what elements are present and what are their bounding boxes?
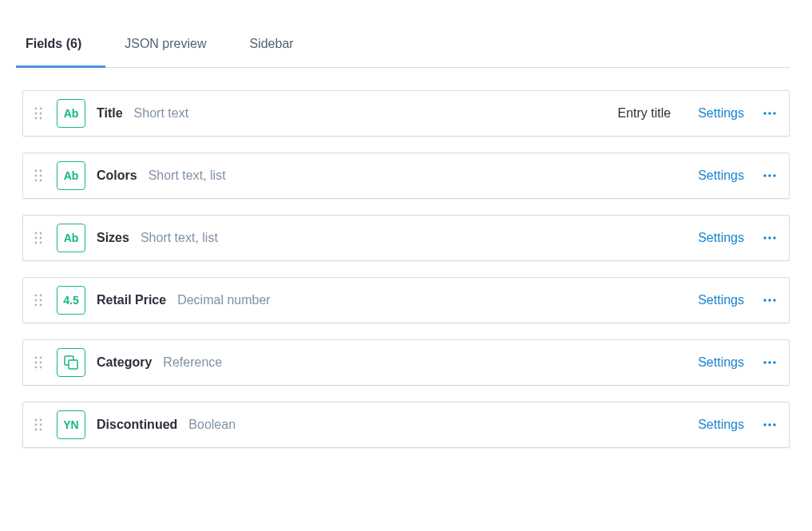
field-row[interactable]: Ab Sizes Short text, list Settings [22,215,790,261]
field-type-icon: Ab [57,99,85,128]
settings-link[interactable]: Settings [698,418,744,432]
svg-point-50 [40,424,42,426]
svg-point-38 [35,362,38,364]
more-actions-icon[interactable] [762,105,778,121]
svg-point-15 [763,174,766,176]
svg-point-4 [35,117,38,120]
svg-point-12 [40,175,42,177]
svg-point-14 [40,180,42,182]
field-type-label: Boolean [188,418,236,432]
svg-point-27 [35,295,38,297]
more-actions-icon[interactable] [762,292,778,308]
field-name: Title [97,106,123,121]
field-type-icon: Ab [57,224,85,252]
settings-link[interactable]: Settings [698,293,744,307]
svg-point-45 [768,361,770,363]
field-name: Sizes [97,231,129,245]
svg-point-7 [768,112,770,114]
tab-json-preview[interactable]: JSON preview [121,22,224,67]
svg-point-23 [40,242,42,244]
field-name: Category [97,355,152,370]
svg-point-55 [773,423,775,426]
svg-point-22 [35,242,38,244]
settings-link[interactable]: Settings [698,355,744,370]
svg-point-51 [35,429,38,431]
svg-point-18 [35,232,38,235]
field-row[interactable]: Ab Colors Short text, list Settings [22,153,790,199]
svg-point-26 [773,236,775,239]
more-actions-icon[interactable] [762,168,778,184]
svg-point-48 [40,419,42,422]
drag-handle-icon[interactable] [34,232,47,244]
field-type-label: Short text, list [141,231,218,245]
drag-handle-icon[interactable] [34,418,47,431]
settings-link[interactable]: Settings [698,168,744,183]
svg-point-28 [40,295,42,297]
field-type-icon: Ab [57,161,85,190]
field-type-label: Decimal number [177,293,270,307]
drag-handle-icon[interactable] [34,169,47,182]
svg-point-16 [768,174,770,176]
drag-handle-icon[interactable] [34,107,47,120]
svg-point-34 [768,299,770,301]
field-name: Discontinued [97,418,177,432]
svg-point-5 [40,117,42,120]
field-list: Ab Title Short text Entry title Settings… [22,90,790,448]
svg-point-32 [40,304,42,307]
svg-point-53 [763,423,766,426]
field-name: Colors [97,168,137,183]
svg-point-49 [35,424,38,426]
field-type-label: Short text [134,106,188,121]
settings-link[interactable]: Settings [698,231,744,245]
field-row[interactable]: YN Discontinued Boolean Settings [22,402,790,448]
svg-point-36 [35,357,38,359]
tab-fields[interactable]: Fields (6) [22,22,99,67]
svg-point-17 [773,174,775,176]
svg-point-19 [40,232,42,235]
svg-point-35 [773,299,775,301]
svg-point-54 [768,423,770,426]
entry-title-badge: Entry title [618,106,671,121]
svg-point-11 [35,175,38,177]
field-type-icon: YN [57,410,85,439]
svg-point-31 [35,304,38,307]
svg-point-47 [35,419,38,422]
svg-point-30 [40,299,42,302]
svg-point-44 [763,361,766,363]
svg-point-8 [773,112,775,114]
settings-link[interactable]: Settings [698,106,744,121]
field-type-label: Reference [163,355,222,370]
svg-point-21 [40,237,42,240]
drag-handle-icon[interactable] [34,356,47,369]
drag-handle-icon[interactable] [34,294,47,307]
tab-sidebar[interactable]: Sidebar [246,22,311,67]
svg-point-46 [773,361,775,363]
more-actions-icon[interactable] [762,355,778,371]
field-name: Retail Price [97,293,166,307]
field-type-label: Short text, list [149,168,226,183]
field-type-icon [57,348,85,377]
svg-point-40 [35,367,38,369]
svg-rect-43 [69,360,77,369]
svg-point-10 [40,170,42,172]
svg-point-13 [35,180,38,182]
svg-point-41 [40,367,42,369]
svg-point-0 [35,108,38,110]
svg-point-37 [40,357,42,359]
svg-point-24 [763,236,766,239]
field-row[interactable]: 4.5 Retail Price Decimal number Settings [22,277,790,323]
tabs-bar: Fields (6) JSON preview Sidebar [22,22,790,68]
svg-point-3 [40,113,42,115]
svg-point-1 [40,108,42,110]
svg-point-6 [763,112,766,114]
svg-point-9 [35,170,38,172]
svg-point-20 [35,237,38,240]
more-actions-icon[interactable] [762,230,778,246]
svg-point-29 [35,299,38,302]
field-row[interactable]: Ab Title Short text Entry title Settings [22,90,790,137]
field-row[interactable]: Category Reference Settings [22,339,790,386]
field-type-icon: 4.5 [57,286,85,315]
more-actions-icon[interactable] [762,417,778,433]
svg-point-25 [768,236,770,239]
svg-point-39 [40,362,42,364]
